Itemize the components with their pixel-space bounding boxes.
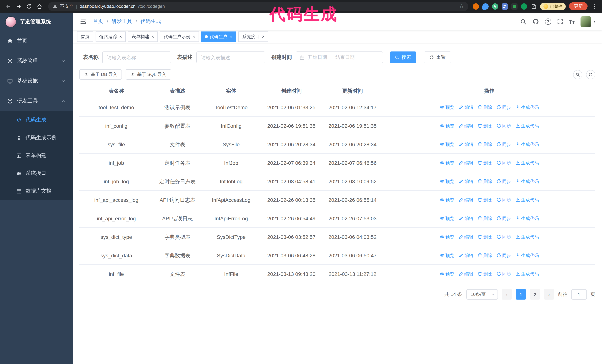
chrome-menu-kebab-icon[interactable]: ⋮ (591, 3, 598, 9)
preview-action[interactable]: 预览 (440, 271, 454, 276)
generate-code-action[interactable]: 生成代码 (515, 123, 539, 128)
tab-close-icon[interactable]: × (262, 34, 265, 39)
delete-action[interactable]: 删除 (477, 160, 492, 165)
preview-action[interactable]: 预览 (440, 160, 454, 165)
edit-action[interactable]: 编辑 (458, 253, 473, 258)
delete-action[interactable]: 删除 (477, 271, 492, 276)
page-size-select[interactable]: 10条/页 ▼ (467, 289, 498, 300)
sidebar-item-home[interactable]: 首页 (0, 31, 73, 51)
home-icon[interactable] (35, 2, 44, 11)
sidebar-item-codegen-example[interactable]: 代码生成示例 (0, 129, 73, 147)
preview-action[interactable]: 预览 (440, 105, 454, 110)
delete-action[interactable]: 删除 (477, 179, 492, 184)
tab-system-api[interactable]: 系统接口 × (238, 31, 268, 42)
fullscreen-icon[interactable] (557, 19, 563, 24)
preview-action[interactable]: 预览 (440, 197, 454, 202)
chrome-update-button[interactable]: 更新 (569, 2, 588, 10)
tab-trace[interactable]: 链路追踪 × (96, 31, 126, 42)
sync-action[interactable]: 同步 (496, 234, 511, 239)
sync-action[interactable]: 同步 (496, 179, 511, 184)
page-button-2[interactable]: 2 (530, 289, 540, 300)
import-db-button[interactable]: 基于 DB 导入 (79, 69, 122, 80)
generate-code-action[interactable]: 生成代码 (515, 179, 539, 184)
extension-icon[interactable] (482, 3, 489, 10)
delete-action[interactable]: 删除 (477, 234, 492, 239)
tab-codegen[interactable]: 代码生成 × (201, 31, 236, 42)
breadcrumb-dev-tools[interactable]: 研发工具 (111, 18, 132, 25)
generate-code-action[interactable]: 生成代码 (515, 160, 539, 165)
generate-code-action[interactable]: 生成代码 (515, 271, 539, 276)
edit-action[interactable]: 编辑 (458, 123, 473, 128)
sidebar-item-db-docs[interactable]: 数据库文档 (0, 182, 73, 200)
sync-action[interactable]: 同步 (496, 105, 511, 110)
sidebar-item-dev-tools[interactable]: 研发工具 (0, 91, 73, 111)
extension-icon[interactable] (521, 3, 527, 10)
reset-button[interactable]: 重置 (424, 52, 451, 63)
edit-action[interactable]: 编辑 (458, 105, 473, 110)
generate-code-action[interactable]: 生成代码 (515, 197, 539, 202)
preview-action[interactable]: 预览 (440, 142, 454, 147)
address-bar[interactable]: 不安全 | dashboard.yudao.iocoder.cn/tool/co… (48, 2, 468, 11)
import-sql-button[interactable]: 基于 SQL 导入 (126, 69, 171, 80)
prev-page-button[interactable]: ‹ (502, 289, 512, 300)
edit-action[interactable]: 编辑 (458, 160, 473, 165)
edit-action[interactable]: 编辑 (458, 216, 473, 221)
tab-codegen-example[interactable]: 代码生成示例 × (160, 31, 199, 42)
delete-action[interactable]: 删除 (477, 123, 492, 128)
preview-action[interactable]: 预览 (440, 216, 454, 221)
tab-form-builder[interactable]: 表单构建 × (128, 31, 158, 42)
bookmark-star-icon[interactable]: ☆ (459, 3, 464, 9)
sync-action[interactable]: 同步 (496, 123, 511, 128)
github-icon[interactable] (532, 18, 539, 25)
refresh-table-button[interactable] (586, 70, 595, 79)
generate-code-action[interactable]: 生成代码 (515, 253, 539, 258)
delete-action[interactable]: 删除 (477, 105, 492, 110)
extension-icon-vue[interactable]: V (492, 3, 498, 10)
tab-close-icon[interactable]: × (193, 34, 195, 39)
delete-action[interactable]: 删除 (477, 216, 492, 221)
forward-icon[interactable] (14, 2, 23, 11)
sync-action[interactable]: 同步 (496, 271, 511, 276)
sidebar-item-infrastructure[interactable]: 基础设施 (0, 71, 73, 91)
date-start-placeholder[interactable]: 开始日期 (308, 54, 327, 61)
edit-action[interactable]: 编辑 (458, 234, 473, 239)
preview-action[interactable]: 预览 (440, 179, 454, 184)
date-range-picker[interactable]: 开始日期 - 结束日期 (296, 52, 383, 63)
generate-code-action[interactable]: 生成代码 (515, 216, 539, 221)
preview-action[interactable]: 预览 (440, 234, 454, 239)
sidebar-item-system[interactable]: 系统管理 (0, 51, 73, 71)
generate-code-action[interactable]: 生成代码 (515, 105, 539, 110)
edit-action[interactable]: 编辑 (458, 142, 473, 147)
sync-action[interactable]: 同步 (496, 253, 511, 258)
profile-paused-badge[interactable]: 已暂停 (540, 2, 566, 10)
date-end-placeholder[interactable]: 结束日期 (335, 54, 355, 61)
search-button[interactable]: 搜索 (390, 52, 416, 63)
sidebar-item-system-api[interactable]: 系统接口 (0, 164, 73, 182)
toggle-search-button[interactable] (573, 70, 582, 79)
goto-page-input[interactable] (571, 289, 587, 300)
extension-icon[interactable] (473, 3, 479, 10)
sidebar-item-codegen[interactable]: 代码生成 (0, 111, 73, 129)
breadcrumb-home[interactable]: 首页 (93, 18, 103, 25)
font-size-icon[interactable]: TT (569, 19, 575, 24)
edit-action[interactable]: 编辑 (458, 197, 473, 202)
generate-code-action[interactable]: 生成代码 (515, 234, 539, 239)
user-menu[interactable]: ▼ (580, 16, 596, 27)
preview-action[interactable]: 预览 (440, 253, 454, 258)
edit-action[interactable]: 编辑 (458, 179, 473, 184)
sync-action[interactable]: 同步 (496, 142, 511, 147)
extensions-puzzle-icon[interactable] (530, 3, 537, 10)
sidebar-item-form-builder[interactable]: 表单构建 (0, 147, 73, 164)
tab-close-icon[interactable]: × (230, 34, 232, 39)
delete-action[interactable]: 删除 (477, 253, 492, 258)
edit-action[interactable]: 编辑 (458, 271, 473, 276)
sync-action[interactable]: 同步 (496, 216, 511, 221)
tab-home[interactable]: 首页 (77, 31, 93, 42)
reload-icon[interactable] (24, 2, 33, 11)
delete-action[interactable]: 删除 (477, 142, 492, 147)
delete-action[interactable]: 删除 (477, 197, 492, 202)
sidebar-collapse-icon[interactable] (78, 17, 88, 26)
extension-icon[interactable] (511, 3, 517, 10)
page-button-1[interactable]: 1 (516, 289, 526, 300)
search-icon[interactable] (520, 18, 527, 25)
